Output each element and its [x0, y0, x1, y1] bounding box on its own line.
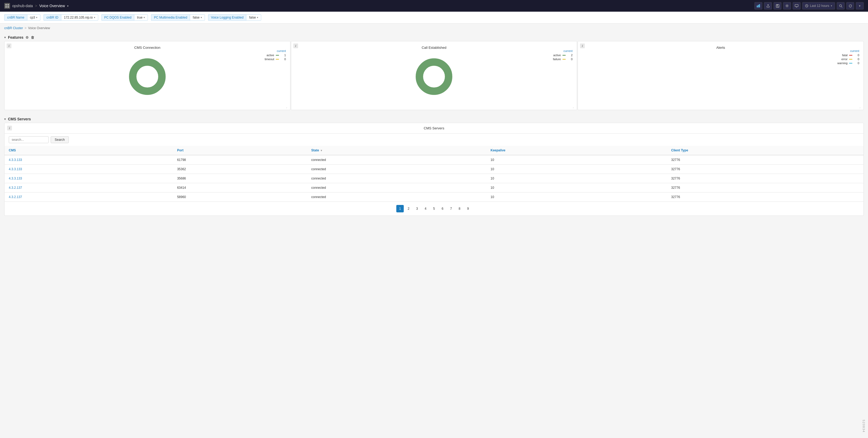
save-button[interactable]	[774, 2, 781, 9]
row-3-keepalive: 10	[486, 183, 667, 193]
alerts-legend-error: error 0	[834, 58, 859, 61]
row-0-keepalive: 10	[486, 155, 667, 165]
voice-logging-label: Voice Logging Enabled	[208, 14, 246, 21]
top-bar: opshub-data > Voice Overview ▾	[0, 0, 868, 12]
cnbr-name-value[interactable]: cp3 ▾	[27, 14, 40, 21]
svg-rect-6	[759, 4, 760, 7]
row-2-state: connected	[307, 174, 486, 183]
page-3-button[interactable]: 3	[413, 205, 421, 212]
features-delete-icon[interactable]: 🗑	[31, 36, 34, 39]
features-toggle[interactable]: ▾	[4, 36, 6, 39]
page-5-button[interactable]: 5	[430, 205, 438, 212]
alerts-legend-warning: warning 0	[834, 62, 859, 65]
col-state[interactable]: State ▾	[307, 146, 486, 155]
alerts-info-icon[interactable]: i	[580, 43, 585, 48]
cms-servers-toggle[interactable]: ▾	[4, 117, 6, 121]
alerts-legend: current fatal 0 error 0 warning 0	[834, 49, 859, 66]
row-0-port: 61798	[173, 155, 307, 165]
table-row: 4.3.3.133 35362 connected 10 32776	[4, 165, 864, 174]
table-row: 4.3.2.137 58960 connected 10 32776	[4, 193, 864, 202]
cms-servers-panel: i CMS Servers Search CMS Port State ▾	[4, 123, 864, 216]
page-6-button[interactable]: 6	[439, 205, 446, 212]
state-sort-icon: ▾	[321, 149, 322, 152]
cms-servers-table: CMS Port State ▾ Keepalive Client Type	[4, 146, 864, 202]
filter-pc-multimedia: PC Multimedia Enabled false ▾	[151, 14, 205, 21]
svg-point-17	[425, 67, 443, 86]
search-button[interactable]	[837, 2, 845, 9]
call-established-info-icon[interactable]: i	[293, 43, 298, 48]
svg-rect-8	[777, 4, 778, 6]
org-name[interactable]: opshub-data	[12, 4, 33, 8]
page-title: Voice Overview	[39, 4, 65, 8]
call-established-legend: current active 2 failure 0	[548, 49, 572, 62]
row-4-client-type: 32776	[667, 193, 864, 202]
pc-multimedia-value[interactable]: false ▾	[190, 14, 205, 21]
features-section-header: ▾ Features ⚙ 🗑	[4, 33, 864, 41]
call-established-legend-failure: failure 0	[548, 58, 572, 61]
col-client-type[interactable]: Client Type	[667, 146, 864, 155]
search-button[interactable]: Search	[51, 136, 69, 143]
app-logo[interactable]	[4, 3, 10, 9]
cnbr-id-caret: ▾	[94, 16, 95, 19]
row-1-client-type: 32776	[667, 165, 864, 174]
page-7-button[interactable]: 7	[447, 205, 455, 212]
page-4-button[interactable]: 4	[422, 205, 429, 212]
cms-servers-title: CMS Servers	[8, 117, 31, 121]
row-3-state: connected	[307, 183, 486, 193]
col-keepalive[interactable]: Keepalive	[486, 146, 667, 155]
col-cms[interactable]: CMS	[4, 146, 173, 155]
bar-chart-button[interactable]	[754, 2, 762, 9]
display-button[interactable]	[793, 2, 801, 9]
breadcrumb-parent[interactable]: cnBR Cluster	[4, 26, 23, 30]
voice-logging-value[interactable]: false ▾	[246, 14, 261, 21]
cms-connection-resize-handle[interactable]: ⌟	[286, 105, 289, 109]
svg-rect-11	[795, 4, 798, 7]
features-settings-icon[interactable]: ⚙	[26, 36, 29, 39]
search-input[interactable]	[9, 136, 49, 143]
call-established-title: Call Established	[296, 45, 572, 49]
page-1-button[interactable]: 1	[396, 205, 404, 212]
pc-multimedia-label: PC Multimedia Enabled	[151, 14, 190, 21]
svg-point-10	[786, 5, 787, 6]
cms-connection-panel: i CMS Connection current active 1 timeou…	[4, 41, 290, 110]
breadcrumb-separator: >	[25, 26, 27, 30]
pagination: 1 2 3 4 5 6 7 8 9	[4, 202, 864, 215]
alerts-resize-handle[interactable]: ⌟	[859, 105, 862, 109]
page-2-button[interactable]: 2	[405, 205, 412, 212]
filter-bar: cnBR Name cp3 ▾ cnBR ID 172.22.85.105.ni…	[0, 12, 868, 24]
share-button[interactable]	[764, 2, 772, 9]
refresh-button[interactable]	[846, 2, 854, 9]
cms-connection-info-icon[interactable]: i	[7, 43, 11, 48]
table-row: 4.3.3.133 61798 connected 10 32776	[4, 155, 864, 165]
filter-pc-dqos: PC DQOS Enabled true ▾	[101, 14, 148, 21]
row-0-client-type: 32776	[667, 155, 864, 165]
more-button[interactable]: ▾	[856, 2, 864, 9]
cnbr-id-value[interactable]: 172.22.85.105.nip.io ▾	[61, 14, 98, 21]
features-title: Features	[8, 35, 23, 39]
time-range-button[interactable]: Last 12 hours ▾	[802, 2, 835, 9]
call-established-panel: i Call Established current active 2 fail…	[291, 41, 577, 110]
warning-dot	[849, 63, 852, 64]
alerts-title: Alerts	[582, 45, 859, 49]
row-0-cms: 4.3.3.133	[4, 155, 173, 165]
page-caret[interactable]: ▾	[67, 4, 68, 7]
row-1-state: connected	[307, 165, 486, 174]
call-established-legend-active: active 2	[548, 54, 572, 57]
top-bar-left: opshub-data > Voice Overview ▾	[4, 3, 68, 9]
alerts-panel: i Alerts current fatal 0 error 0 warning	[578, 41, 864, 110]
cms-servers-info-icon[interactable]: i	[7, 126, 12, 130]
col-port[interactable]: Port	[173, 146, 307, 155]
table-row: 4.3.3.133 35686 connected 10 32776	[4, 174, 864, 183]
page-9-button[interactable]: 9	[464, 205, 472, 212]
settings-button[interactable]	[783, 2, 791, 9]
time-range-label: Last 12 hours	[810, 4, 829, 8]
page-8-button[interactable]: 8	[456, 205, 463, 212]
pc-dqos-value[interactable]: true ▾	[134, 14, 148, 21]
call-established-resize-handle[interactable]: ⌟	[572, 105, 576, 109]
search-bar: Search	[4, 134, 864, 146]
main-content: ▾ Features ⚙ 🗑 i CMS Connection current …	[0, 33, 868, 224]
timeout-dot	[276, 59, 279, 60]
pc-dqos-label: PC DQOS Enabled	[101, 14, 134, 21]
row-1-keepalive: 10	[486, 165, 667, 174]
alerts-legend-fatal: fatal 0	[834, 54, 859, 57]
